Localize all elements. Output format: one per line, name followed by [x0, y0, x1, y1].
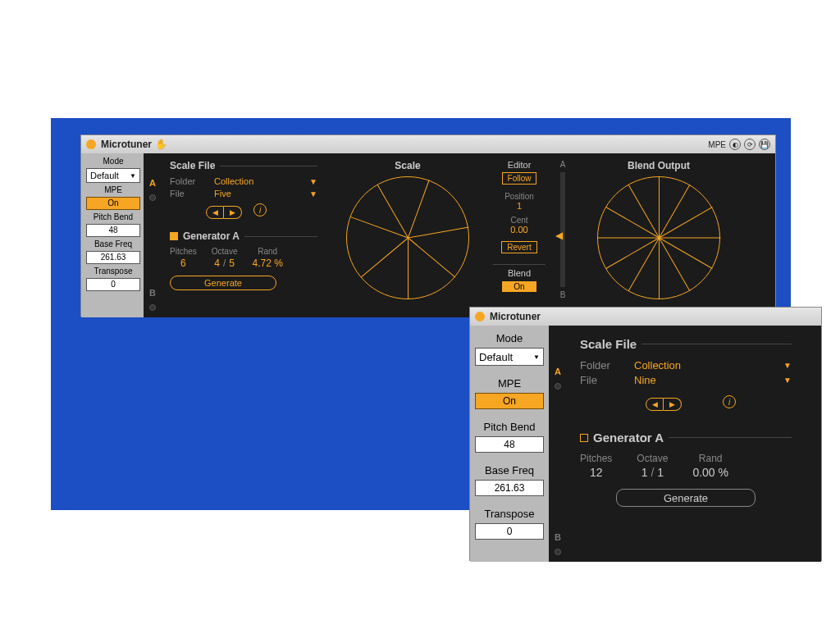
blend-label: Blend — [493, 268, 546, 278]
blend-output-heading: Blend Output — [580, 160, 737, 171]
file-label: File — [580, 374, 626, 386]
pitch-bend-label: Pitch Bend — [86, 212, 140, 221]
scale-file-section: Scale File Folder Collection ▼ File Five… — [162, 153, 326, 317]
titlebar[interactable]: Microtuner — [470, 308, 821, 326]
generator-heading-row: Generator A — [580, 431, 792, 444]
file-caret-icon[interactable]: ▼ — [309, 189, 317, 198]
follow-button[interactable]: Follow — [502, 172, 537, 185]
transpose-value[interactable]: 0 — [475, 523, 544, 540]
base-freq-value[interactable]: 261.63 — [475, 480, 544, 496]
info-icon[interactable]: i — [723, 395, 736, 408]
scale-file-heading: Scale File — [580, 337, 637, 351]
generate-button[interactable]: Generate — [170, 276, 276, 290]
generator-heading: Generator A — [593, 431, 664, 444]
revert-button[interactable]: Revert — [501, 241, 536, 253]
canvas: Microtuner ✋ MPE ◐ ⟳ 💾 Mode Default▼ MPE… — [51, 118, 791, 510]
mode-select[interactable]: Default▼ — [475, 348, 544, 366]
folder-caret-icon[interactable]: ▼ — [309, 177, 317, 186]
slider-b-label: B — [549, 290, 577, 299]
cent-value[interactable]: 0.00 — [493, 225, 546, 235]
folder-value[interactable]: Collection — [214, 176, 253, 186]
base-freq-label: Base Freq — [475, 464, 544, 476]
mode-label: Mode — [475, 332, 544, 344]
device-title: Microtuner — [101, 139, 152, 150]
octave-value[interactable]: 1/1 — [637, 466, 668, 479]
scale-heading: Scale — [329, 160, 486, 171]
mpe-label: MPE — [86, 185, 140, 194]
mpe-toggle[interactable]: On — [86, 197, 140, 210]
blend-toggle[interactable]: On — [502, 281, 536, 292]
icon-c[interactable]: 💾 — [759, 139, 770, 150]
file-label: File — [170, 189, 206, 198]
ab-a-label[interactable]: A — [555, 367, 561, 376]
device-title: Microtuner — [490, 311, 541, 322]
base-freq-label: Base Freq — [86, 239, 140, 248]
generator-toggle[interactable] — [580, 434, 588, 442]
info-icon[interactable]: i — [253, 203, 267, 217]
folder-label: Folder — [170, 176, 206, 186]
transpose-label: Transpose — [475, 508, 544, 520]
prev-button[interactable]: ◀ — [646, 398, 664, 411]
left-params: Mode Default▼ MPE On Pitch Bend 48 Base … — [81, 153, 144, 317]
device-activator-icon[interactable] — [86, 139, 96, 149]
blend-output-section: Blend Output — [577, 153, 741, 317]
generator-heading: Generator A — [183, 230, 240, 242]
file-caret-icon[interactable]: ▼ — [783, 376, 792, 385]
ab-b-led — [149, 304, 156, 311]
folder-value[interactable]: Collection — [634, 359, 681, 371]
device-activator-icon[interactable] — [475, 312, 485, 321]
mode-label: Mode — [86, 157, 140, 166]
position-value[interactable]: 1 — [493, 201, 546, 211]
prev-button[interactable]: ◀ — [206, 206, 224, 219]
ab-a-label[interactable]: A — [149, 178, 156, 188]
base-freq-value[interactable]: 261.63 — [86, 251, 140, 264]
scale-file-section: Scale File Folder Collection ▼ File Nine… — [567, 326, 805, 562]
pitch-bend-value[interactable]: 48 — [475, 436, 544, 453]
generator-toggle[interactable] — [170, 232, 178, 240]
scale-file-heading: Scale File — [170, 160, 215, 171]
microtuner-panel-1: Microtuner ✋ MPE ◐ ⟳ 💾 Mode Default▼ MPE… — [80, 134, 776, 317]
generator-heading-row: Generator A — [170, 230, 317, 242]
ab-b-led — [555, 549, 561, 555]
mpe-tag: MPE — [708, 140, 726, 149]
ab-b-label[interactable]: B — [149, 288, 156, 298]
cent-label: Cent — [493, 216, 546, 225]
blend-slider-section: A ◀ B — [549, 153, 577, 317]
icon-b[interactable]: ⟳ — [744, 139, 756, 150]
transpose-label: Transpose — [86, 267, 140, 276]
left-params: Mode Default▼ MPE On Pitch Bend 48 Base … — [470, 326, 549, 562]
mode-select[interactable]: Default▼ — [86, 168, 140, 183]
ab-a-led — [555, 383, 561, 390]
editor-section: Editor Follow Position 1 Cent 0.00 Rever… — [490, 153, 549, 317]
ab-a-led — [149, 194, 156, 201]
slider-handle-icon[interactable]: ◀ — [555, 230, 563, 241]
folder-caret-icon[interactable]: ▼ — [783, 361, 792, 370]
blend-output-circle[interactable] — [597, 176, 720, 299]
scale-circle[interactable] — [346, 176, 469, 299]
rand-value[interactable]: 4.72 % — [252, 258, 282, 269]
folder-label: Folder — [580, 359, 626, 371]
file-value[interactable]: Five — [214, 189, 231, 198]
blend-slider[interactable]: ◀ — [560, 172, 565, 287]
titlebar[interactable]: Microtuner ✋ MPE ◐ ⟳ 💾 — [81, 135, 775, 153]
next-button[interactable]: ▶ — [664, 398, 682, 411]
ab-b-label[interactable]: B — [555, 532, 561, 542]
next-button[interactable]: ▶ — [224, 206, 242, 219]
transpose-value[interactable]: 0 — [86, 278, 140, 291]
pitches-value[interactable]: 6 — [170, 258, 197, 269]
pitch-bend-value[interactable]: 48 — [86, 224, 140, 237]
pitch-bend-label: Pitch Bend — [475, 421, 544, 433]
icon-a[interactable]: ◐ — [729, 139, 741, 150]
generate-button[interactable]: Generate — [616, 489, 756, 507]
ab-column: A B — [549, 326, 567, 562]
octave-value[interactable]: 4/5 — [212, 258, 238, 269]
ab-column: A B — [144, 153, 162, 317]
file-value[interactable]: Nine — [634, 374, 656, 386]
mpe-label: MPE — [475, 377, 544, 390]
slider-a-label: A — [549, 160, 577, 169]
pitches-value[interactable]: 12 — [580, 466, 612, 479]
microtuner-panel-2: Microtuner Mode Default▼ MPE On Pitch Be… — [469, 307, 822, 561]
rand-value[interactable]: 0.00 % — [692, 466, 728, 479]
mpe-toggle[interactable]: On — [475, 393, 544, 409]
scale-section: Scale — [326, 153, 490, 317]
